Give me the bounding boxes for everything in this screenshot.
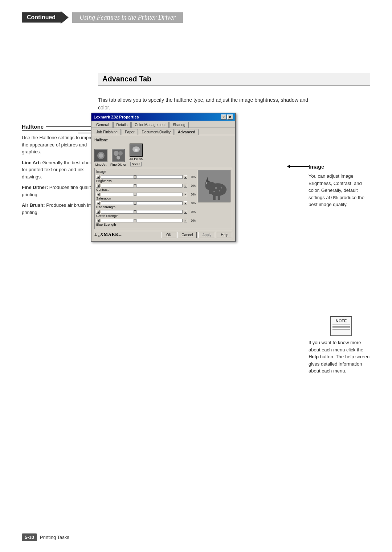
green-bar[interactable] — [101, 210, 183, 214]
halftone-air-brush[interactable]: Air Brush Speed — [129, 144, 143, 166]
tab-general[interactable]: General — [93, 122, 113, 128]
halftone-line-art[interactable]: Line Art — [94, 149, 107, 166]
svg-rect-3 — [113, 150, 124, 161]
contrast-label: Contrast — [96, 188, 196, 192]
tab-color-management[interactable]: Color Management — [131, 122, 169, 128]
air-brush-label: Air Brush: — [22, 202, 45, 208]
tabs-row-2: Job Finishing Paper Document/Quality Adv… — [91, 128, 235, 135]
brightness-label: Brightness — [96, 179, 196, 183]
win-dialog-box: Lexmark Z82 Properties ? ✕ General Detai… — [91, 113, 236, 242]
image-connector — [289, 166, 309, 167]
contrast-value: 0% — [188, 184, 196, 188]
line-art-label: Line Art — [95, 163, 107, 166]
svg-point-19 — [206, 182, 207, 183]
image-preview — [198, 170, 230, 202]
section-title: Advanced Tab — [98, 73, 370, 86]
halftone-description: Use the Halftone settings to improve the… — [22, 134, 102, 156]
svg-point-20 — [215, 187, 217, 189]
continued-label: Continued — [22, 12, 61, 23]
arrow-icon — [61, 11, 69, 24]
red-slider-row: ◄ ► 0% Red Strength — [96, 201, 196, 209]
dialog-titlebar: Lexmark Z82 Properties ? ✕ — [91, 113, 235, 121]
note-icon: NOTE — [330, 316, 352, 336]
contrast-left-arrow[interactable]: ◄ — [96, 184, 100, 188]
note-line-3 — [332, 327, 350, 328]
line-art-icon[interactable] — [94, 149, 107, 162]
cancel-button[interactable]: Cancel — [177, 232, 197, 238]
svg-point-22 — [213, 191, 215, 192]
red-bar[interactable] — [101, 201, 183, 205]
blue-left-arrow[interactable]: ◄ — [96, 219, 100, 222]
saturation-left-arrow[interactable]: ◄ — [96, 193, 100, 196]
page-title: Using Features in the Printer Driver — [72, 12, 183, 23]
image-description: You can adjust image Brightness, Contras… — [309, 173, 374, 208]
blue-right-arrow[interactable]: ► — [184, 219, 187, 222]
header: Continued Using Features in the Printer … — [22, 11, 183, 24]
tab-paper[interactable]: Paper — [122, 129, 138, 135]
red-left-arrow[interactable]: ◄ — [96, 201, 100, 205]
svg-point-23 — [221, 187, 222, 189]
fine-dither-icon[interactable] — [112, 149, 125, 162]
tabs-row-1: General Details Color Management Sharing — [91, 121, 235, 128]
contrast-bar[interactable] — [101, 184, 183, 188]
tab-job-finishing[interactable]: Job Finishing — [93, 129, 121, 135]
brightness-bar[interactable] — [101, 175, 183, 179]
ok-button[interactable]: OK — [162, 232, 176, 238]
dialog-bottom: LEXMARK™ OK Cancel Apply Help — [94, 231, 232, 238]
note-line-4 — [332, 329, 350, 330]
help-button-titlebar[interactable]: ? — [221, 114, 226, 120]
green-right-arrow[interactable]: ► — [184, 210, 187, 214]
air-brush-icon[interactable] — [130, 144, 143, 157]
tab-sharing[interactable]: Sharing — [170, 122, 188, 128]
image-section: Image ◄ ► 0% Brightness ◄ — [94, 168, 232, 229]
section-description: This tab allows you to specify the halft… — [98, 96, 319, 112]
lexmark-logo: LEXMARK™ — [94, 232, 122, 238]
svg-point-2 — [99, 153, 103, 158]
printer-dialog: Lexmark Z82 Properties ? ✕ General Detai… — [91, 113, 236, 242]
contrast-slider-row: ◄ ► 0% Contrast — [96, 184, 196, 192]
brightness-right-arrow[interactable]: ► — [184, 175, 187, 179]
footer-label: Printing Tasks — [40, 535, 69, 540]
help-button[interactable]: Help — [217, 232, 232, 238]
left-annotations: Halftone Use the Halftone settings to im… — [22, 124, 102, 219]
fine-dither-label: Fine Dither: — [22, 185, 48, 190]
saturation-value: 0% — [188, 193, 196, 196]
svg-rect-15 — [213, 195, 216, 200]
page-footer: 5-10 Printing Tasks — [22, 533, 69, 541]
line-art-description: Line Art: Generally the best choice for … — [22, 159, 102, 181]
contrast-right-arrow[interactable]: ► — [184, 184, 187, 188]
help-bold: Help — [309, 354, 319, 359]
saturation-slider-row: ◄ ► 0% Saturation — [96, 193, 196, 200]
brightness-slider-row: ◄ ► 0% Brightness — [96, 175, 196, 183]
red-label: Red Strength — [96, 205, 196, 209]
red-right-arrow[interactable]: ► — [184, 201, 187, 205]
tab-advanced[interactable]: Advanced — [175, 129, 199, 135]
image-label-dialog: Image — [96, 170, 196, 174]
red-track: ◄ ► 0% — [96, 201, 196, 205]
halftone-fine-dither[interactable]: Fine Dither — [110, 149, 126, 166]
brightness-left-arrow[interactable]: ◄ — [96, 175, 100, 179]
svg-rect-16 — [218, 195, 220, 200]
svg-rect-17 — [209, 190, 211, 194]
green-label: Green Strength — [96, 214, 196, 218]
fine-dither-description: Fine Dither: Produces fine quality print… — [22, 184, 102, 198]
close-button-titlebar[interactable]: ✕ — [227, 114, 233, 120]
svg-point-9 — [135, 149, 138, 152]
green-left-arrow[interactable]: ◄ — [96, 210, 100, 214]
saturation-bar[interactable] — [101, 193, 183, 196]
svg-point-5 — [118, 151, 123, 156]
apply-button[interactable]: Apply — [198, 232, 215, 238]
brightness-value: 0% — [188, 175, 196, 179]
blue-bar[interactable] — [101, 219, 183, 222]
brightness-track: ◄ ► 0% — [96, 175, 196, 179]
line-art-label: Line Art: — [22, 160, 41, 165]
dialog-buttons: OK Cancel Apply Help — [162, 232, 232, 238]
tab-document-quality[interactable]: Document/Quality — [139, 129, 174, 135]
saturation-right-arrow[interactable]: ► — [184, 193, 187, 196]
sliders-column: Image ◄ ► 0% Brightness ◄ — [96, 170, 196, 227]
fine-dither-label-dialog: Fine Dither — [110, 163, 126, 166]
titlebar-buttons: ? ✕ — [221, 114, 233, 120]
tab-details[interactable]: Details — [113, 122, 131, 128]
halftone-heading: Halftone — [22, 124, 102, 131]
blue-label: Blue Strength — [96, 223, 196, 226]
